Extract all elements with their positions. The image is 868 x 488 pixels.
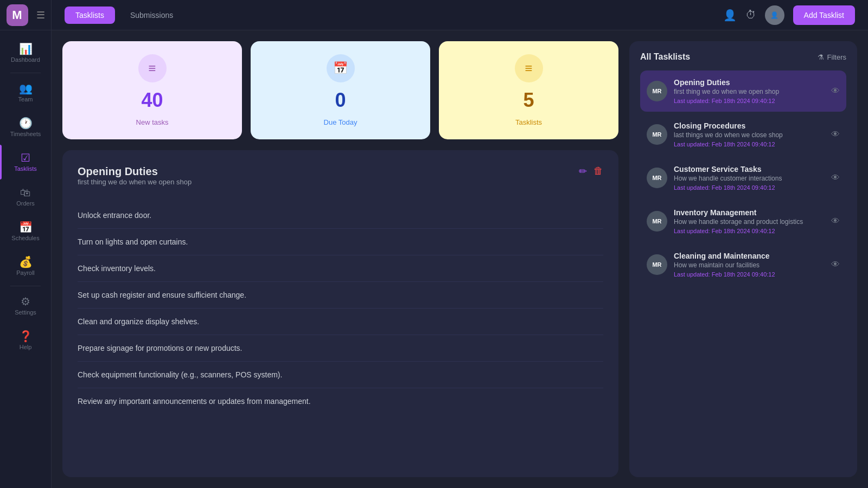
tasklist-avatar: MR bbox=[647, 211, 667, 232]
tasklist-avatar: MR bbox=[647, 81, 667, 101]
tasklist-avatar: MR bbox=[647, 168, 667, 188]
new-tasks-label: New tasks bbox=[136, 118, 169, 126]
task-detail-title: Opening Duties bbox=[78, 165, 192, 178]
filter-button[interactable]: ⚗ Filters bbox=[818, 53, 846, 61]
new-tasks-icon: ≡ bbox=[138, 54, 167, 82]
team-icon: 👥 bbox=[19, 83, 33, 94]
tasklist-info: Opening Duties first thing we do when we… bbox=[674, 78, 825, 104]
due-today-icon: 📅 bbox=[327, 54, 355, 82]
task-item: Set up cash register and ensure sufficie… bbox=[78, 282, 603, 309]
tasklists-icon: ☑ bbox=[21, 152, 30, 163]
tasklists-label: Tasklists bbox=[515, 118, 542, 126]
tasklist-updated: Last updated: Feb 18th 2024 09:40:12 bbox=[674, 271, 825, 278]
right-panel: All Tasklists ⚗ Filters MR Opening Dutie… bbox=[629, 41, 857, 477]
tasklists-number: 5 bbox=[523, 89, 534, 112]
due-today-label: Due Today bbox=[324, 118, 358, 126]
user-avatar[interactable]: 👤 bbox=[765, 5, 784, 25]
eye-icon[interactable]: 👁 bbox=[831, 260, 840, 269]
orders-icon: 🛍 bbox=[20, 187, 31, 198]
task-detail-subtitle: first thing we do when we open shop bbox=[78, 178, 192, 186]
sidebar-item-settings[interactable]: ⚙ Settings bbox=[0, 288, 51, 323]
delete-icon[interactable]: 🗑 bbox=[593, 165, 603, 177]
sidebar-item-label: Orders bbox=[16, 200, 35, 207]
task-item: Check inventory levels. bbox=[78, 255, 603, 282]
stat-card-new-tasks: ≡ 40 New tasks bbox=[62, 41, 242, 139]
tasklist-info: Inventory Management How we handle stora… bbox=[674, 208, 825, 234]
task-title-group: Opening Duties first thing we do when we… bbox=[78, 165, 192, 199]
tasklist-item[interactable]: MR Cleaning and Maintenance How we maint… bbox=[640, 244, 846, 285]
sidebar-item-label: Help bbox=[20, 344, 32, 350]
sidebar: M ☰ 📊 Dashboard 👥 Team 🕐 Timesheets ☑ Ta… bbox=[0, 0, 52, 488]
timer-icon[interactable]: ⏱ bbox=[745, 9, 756, 21]
tasklist-updated: Last updated: Feb 18th 2024 09:40:12 bbox=[674, 141, 825, 147]
sidebar-item-label: Dashboard bbox=[11, 56, 40, 63]
app-logo[interactable]: M bbox=[7, 4, 28, 26]
sidebar-item-label: Timesheets bbox=[10, 131, 41, 137]
tab-submissions[interactable]: Submissions bbox=[119, 7, 184, 24]
sidebar-item-label: Schedules bbox=[11, 235, 39, 241]
tasklist-name: Inventory Management bbox=[674, 208, 825, 217]
tasklist-desc: How we handle customer interactions bbox=[674, 175, 825, 182]
add-tasklist-button[interactable]: Add Tasklist bbox=[793, 5, 855, 25]
edit-icon[interactable]: ✏ bbox=[579, 165, 587, 177]
sidebar-item-dashboard[interactable]: 📊 Dashboard bbox=[0, 36, 51, 70]
tasklist-item[interactable]: MR Customer Service Tasks How we handle … bbox=[640, 157, 846, 198]
tasklist-desc: How we handle storage and product logist… bbox=[674, 218, 825, 226]
task-item: Clean and organize display shelves. bbox=[78, 309, 603, 335]
tasklist-updated: Last updated: Feb 18th 2024 09:40:12 bbox=[674, 98, 825, 104]
stat-card-due-today: 📅 0 Due Today bbox=[251, 41, 430, 139]
task-detail-card: Opening Duties first thing we do when we… bbox=[62, 150, 618, 477]
eye-icon[interactable]: 👁 bbox=[831, 173, 840, 183]
tasklist-info: Closing Procedures last things we do whe… bbox=[674, 121, 825, 147]
task-item: Review any important announcements or up… bbox=[78, 388, 603, 414]
tasklist-info: Customer Service Tasks How we handle cus… bbox=[674, 165, 825, 191]
topbar-right: 👤 ⏱ 👤 Add Tasklist bbox=[723, 5, 855, 25]
right-panel-header: All Tasklists ⚗ Filters bbox=[640, 52, 846, 62]
payroll-icon: 💰 bbox=[19, 256, 33, 267]
task-action-icons: ✏ 🗑 bbox=[579, 165, 603, 177]
tasklist-avatar: MR bbox=[647, 124, 667, 145]
task-item: Prepare signage for promotions or new pr… bbox=[78, 335, 603, 362]
sidebar-nav: 📊 Dashboard 👥 Team 🕐 Timesheets ☑ Taskli… bbox=[0, 30, 51, 488]
tasklist-name: Customer Service Tasks bbox=[674, 165, 825, 174]
divider bbox=[10, 286, 41, 286]
tasklist-name: Cleaning and Maintenance bbox=[674, 252, 825, 260]
sidebar-item-timesheets[interactable]: 🕐 Timesheets bbox=[0, 110, 51, 145]
tasklist-updated: Last updated: Feb 18th 2024 09:40:12 bbox=[674, 184, 825, 191]
tasklist-desc: first thing we do when we open shop bbox=[674, 88, 825, 95]
new-tasks-number: 40 bbox=[141, 89, 163, 112]
stat-card-tasklists: ≡ 5 Tasklists bbox=[439, 41, 618, 139]
hamburger-icon[interactable]: ☰ bbox=[36, 9, 45, 21]
sidebar-item-tasklists[interactable]: ☑ Tasklists bbox=[0, 145, 51, 179]
help-icon: ❓ bbox=[19, 331, 33, 342]
eye-icon[interactable]: 👁 bbox=[831, 130, 840, 139]
sidebar-item-schedules[interactable]: 📅 Schedules bbox=[0, 214, 51, 249]
sidebar-item-orders[interactable]: 🛍 Orders bbox=[0, 179, 51, 214]
task-item: Unlock entrance door. bbox=[78, 202, 603, 229]
main-content: Tasklists Submissions 👤 ⏱ 👤 Add Tasklist… bbox=[52, 0, 868, 488]
divider bbox=[10, 73, 41, 73]
filter-label: Filters bbox=[827, 53, 846, 61]
sidebar-item-team[interactable]: 👥 Team bbox=[0, 75, 51, 110]
filter-icon: ⚗ bbox=[818, 53, 824, 61]
tasklist-item[interactable]: MR Opening Duties first thing we do when… bbox=[640, 70, 846, 112]
topbar: Tasklists Submissions 👤 ⏱ 👤 Add Tasklist bbox=[52, 0, 868, 30]
tasklist-name: Closing Procedures bbox=[674, 121, 825, 130]
sidebar-item-label: Team bbox=[18, 96, 33, 102]
eye-icon[interactable]: 👁 bbox=[831, 216, 840, 226]
task-item: Turn on lights and open curtains. bbox=[78, 229, 603, 255]
sidebar-item-help[interactable]: ❓ Help bbox=[0, 323, 51, 358]
due-today-number: 0 bbox=[335, 89, 346, 112]
sidebar-item-payroll[interactable]: 💰 Payroll bbox=[0, 249, 51, 284]
sidebar-item-label: Settings bbox=[15, 309, 36, 316]
tab-tasklists[interactable]: Tasklists bbox=[65, 7, 115, 24]
tasklist-desc: How we maintain our facilities bbox=[674, 261, 825, 269]
task-detail-header: Opening Duties first thing we do when we… bbox=[78, 165, 603, 199]
sidebar-logo: M ☰ bbox=[0, 0, 52, 30]
dashboard-icon: 📊 bbox=[19, 43, 33, 54]
topbar-tabs: Tasklists Submissions bbox=[65, 7, 184, 24]
tasklist-item[interactable]: MR Inventory Management How we handle st… bbox=[640, 201, 846, 242]
tasklist-item[interactable]: MR Closing Procedures last things we do … bbox=[640, 114, 846, 155]
users-icon[interactable]: 👤 bbox=[723, 9, 737, 22]
eye-icon[interactable]: 👁 bbox=[831, 86, 840, 96]
